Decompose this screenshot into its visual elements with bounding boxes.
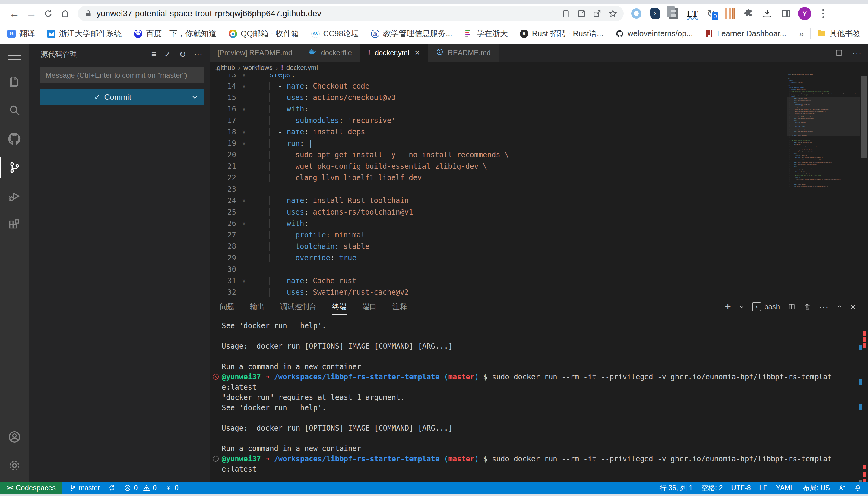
address-bar[interactable]: yunwei37-potential-space-trout-rpr5qwj66… <box>78 6 624 21</box>
code-line[interactable]: 17 submodules: 'recursive' <box>210 115 868 126</box>
code-line[interactable]: 31∨ - name: Cache rust <box>210 275 868 286</box>
sync-changes-button[interactable] <box>104 482 120 494</box>
editor-more-icon[interactable]: ··· <box>852 48 862 58</box>
reload-icon[interactable] <box>40 5 57 22</box>
code-line[interactable]: 16∨ with: <box>210 103 868 115</box>
bookmark-item[interactable]: 学在浙大 <box>464 28 508 39</box>
panel-more-icon[interactable]: ··· <box>819 302 829 312</box>
code-line[interactable]: 23 <box>210 184 868 195</box>
code-line[interactable]: 19∨ run: | <box>210 138 868 149</box>
open-in-window-icon[interactable] <box>574 6 589 21</box>
languagetool-icon[interactable]: LT <box>685 6 700 21</box>
fold-chevron-icon[interactable] <box>236 149 252 160</box>
problems-indicator[interactable]: 0 0 <box>120 482 161 494</box>
code-line[interactable]: 29 override: true <box>210 252 868 264</box>
bookmark-item[interactable]: RRust 招聘 - Rust语... <box>520 28 603 39</box>
bullets-extension-icon[interactable] <box>722 6 738 21</box>
commit-dropdown-icon[interactable] <box>185 94 204 100</box>
breadcrumb-item[interactable]: docker.yml <box>286 64 318 72</box>
refresh-icon[interactable]: ↻ <box>179 49 186 59</box>
code-line[interactable]: 21 wget pkg-config build-essential zlib1… <box>210 160 868 172</box>
sync-extension-icon[interactable]: ↻0 <box>703 6 719 21</box>
fold-chevron-icon[interactable] <box>236 172 252 184</box>
status-item[interactable]: 布局: US <box>798 482 834 494</box>
fold-chevron-icon[interactable] <box>236 252 252 264</box>
home-icon[interactable] <box>57 5 74 22</box>
panel-tab[interactable]: 问题 <box>220 297 234 316</box>
panel-tab[interactable]: 端口 <box>362 297 377 316</box>
browser-menu-icon[interactable] <box>815 6 831 21</box>
command-decoration-icon[interactable] <box>213 455 219 462</box>
share-icon[interactable] <box>589 6 605 21</box>
code-line[interactable]: 27 profile: minimal <box>210 229 868 241</box>
extension-navy-icon[interactable]: › <box>647 6 663 21</box>
fold-chevron-icon[interactable] <box>236 286 252 297</box>
editor-tab[interactable]: [Preview] README.md <box>210 44 300 62</box>
code-line[interactable]: 24∨ - name: Install Rust toolchain <box>210 195 868 206</box>
kill-terminal-trash-icon[interactable] <box>804 303 811 311</box>
extensions-icon[interactable] <box>0 210 29 239</box>
bookmark-item[interactable]: 浙江大学邮件系统 <box>47 28 122 39</box>
panel-tab[interactable]: 调试控制台 <box>280 297 316 316</box>
code-line[interactable]: 15 uses: actions/checkout@v3 <box>210 92 868 103</box>
terminal-profile-chevron-icon[interactable] <box>739 304 744 309</box>
fold-chevron-icon[interactable] <box>236 206 252 218</box>
bookmark-item[interactable]: 百度一下，你就知道 <box>134 28 216 39</box>
maximize-panel-icon[interactable] <box>837 304 842 309</box>
split-terminal-icon[interactable] <box>788 303 796 311</box>
code-line[interactable]: 18∨ - name: install deps <box>210 126 868 138</box>
feedback-button[interactable] <box>834 482 850 494</box>
extension-ring-icon[interactable] <box>629 6 644 21</box>
view-as-list-icon[interactable]: ≡ <box>151 49 156 59</box>
panel-tab[interactable]: 终端 <box>332 297 346 316</box>
run-debug-icon[interactable] <box>0 182 29 210</box>
minimap-slider[interactable] <box>787 97 859 136</box>
source-control-icon[interactable] <box>0 153 29 182</box>
fold-chevron-icon[interactable]: ∨ <box>236 275 252 286</box>
commit-button[interactable]: ✓ Commit <box>40 89 204 105</box>
bookmark-item[interactable]: 98CC98论坛 <box>311 28 359 39</box>
bookmarks-overflow-icon[interactable]: » <box>799 29 804 39</box>
code-line[interactable]: 25 uses: actions-rs/toolchain@v1 <box>210 206 868 218</box>
branch-indicator[interactable]: master <box>65 482 104 494</box>
fold-chevron-icon[interactable] <box>236 115 252 126</box>
new-terminal-icon[interactable]: + <box>725 300 731 313</box>
fold-chevron-icon[interactable]: ∨ <box>236 195 252 206</box>
extension-pages-icon[interactable] <box>666 6 682 21</box>
breadcrumb-item[interactable]: workflows <box>243 64 273 72</box>
profile-avatar[interactable]: Y <box>797 6 812 21</box>
code-line[interactable]: 30 <box>210 264 868 275</box>
save-page-icon[interactable] <box>558 6 574 21</box>
fold-chevron-icon[interactable]: ∨ <box>236 103 252 115</box>
status-item[interactable]: UTF-8 <box>727 482 755 494</box>
search-icon[interactable] <box>0 96 29 124</box>
bookmark-item[interactable]: QQ邮箱 - 收件箱 <box>229 28 299 39</box>
sidebar-more-icon[interactable]: ··· <box>194 49 203 59</box>
close-panel-icon[interactable]: × <box>850 301 856 313</box>
other-bookmarks-button[interactable]: 其他书签 <box>817 28 861 39</box>
code-line[interactable]: 28 toolchain: stable <box>210 241 868 252</box>
editor-tab[interactable]: README.md <box>428 44 499 62</box>
fold-chevron-icon[interactable]: ∨ <box>236 80 252 92</box>
code-line[interactable]: 32 uses: Swatinem/rust-cache@v2 <box>210 286 868 297</box>
panel-tab[interactable]: 注释 <box>392 297 407 316</box>
editor-scrollbar-thumb[interactable] <box>861 76 867 158</box>
fold-chevron-icon[interactable] <box>236 184 252 195</box>
editor-scrollbar[interactable] <box>859 74 868 297</box>
fold-chevron-icon[interactable]: ∨ <box>236 138 252 149</box>
fold-chevron-icon[interactable] <box>236 160 252 172</box>
ports-indicator[interactable]: 0 <box>161 482 183 494</box>
status-item[interactable]: 空格: 2 <box>697 482 727 494</box>
downloads-icon[interactable] <box>760 6 775 21</box>
side-panel-icon[interactable] <box>778 6 794 21</box>
status-item[interactable]: LF <box>755 482 772 494</box>
commit-check-icon[interactable]: ✓ <box>164 49 171 59</box>
extensions-puzzle-icon[interactable] <box>741 6 757 21</box>
explorer-icon[interactable] <box>0 67 29 96</box>
command-decoration-icon[interactable]: × <box>213 374 219 380</box>
github-icon[interactable] <box>0 124 29 153</box>
status-item[interactable]: YAML <box>772 482 798 494</box>
fold-chevron-icon[interactable]: ∨ <box>236 218 252 229</box>
forward-icon[interactable]: → <box>23 5 40 22</box>
split-editor-icon[interactable] <box>835 48 843 57</box>
